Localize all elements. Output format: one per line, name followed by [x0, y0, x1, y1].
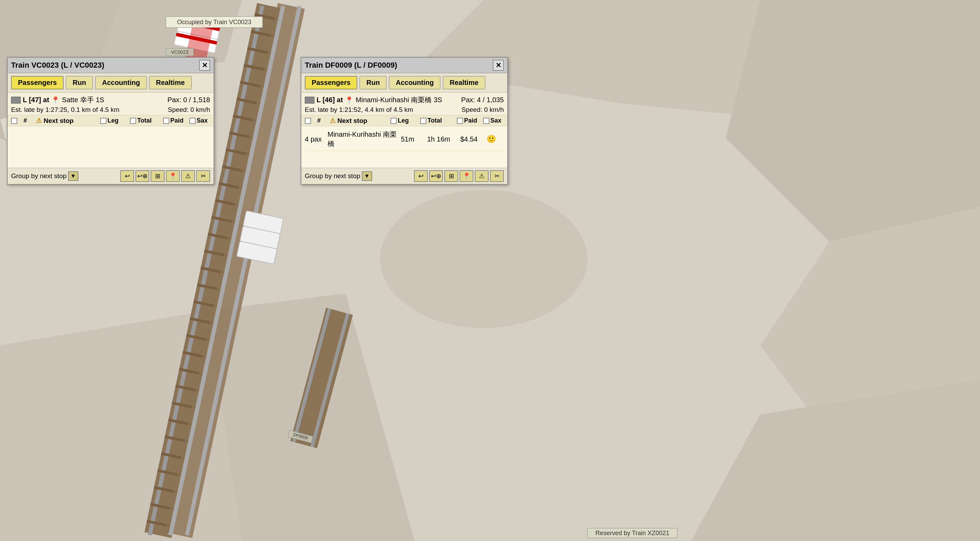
panel1-col-leg[interactable]: Leg — [100, 117, 128, 124]
panel2-icon-back-plus[interactable]: ↩⊕ — [429, 170, 443, 182]
panel2-footer: Group by next stop ▼ ↩ ↩⊕ ⊞ 📍 ⚠ ✂ — [301, 168, 507, 184]
panel2-row1-destination: Minami-Kurihashi 南栗橋 — [328, 130, 399, 148]
panel1-speed: Speed: 0 km/h — [168, 106, 210, 114]
panel2-warning-icon: ⚠ — [330, 117, 336, 124]
panel1-col-check[interactable] — [11, 118, 21, 124]
panel2-icon-warning[interactable]: ⚠ — [475, 170, 488, 182]
panel2-tab-realtime[interactable]: Realtime — [443, 76, 485, 89]
panel1-col-nextstop: ⚠ Next stop — [36, 117, 98, 125]
panel1-icon-back-plus[interactable]: ↩⊕ — [135, 170, 149, 182]
panel1-tab-run[interactable]: Run — [66, 76, 93, 89]
panel1-close-button[interactable]: ✕ — [199, 60, 210, 71]
panel1-tab-accounting[interactable]: Accounting — [95, 76, 147, 89]
panel1-col-total[interactable]: Total — [130, 117, 161, 124]
panel2-col-total[interactable]: Total — [420, 117, 455, 124]
panel2-pax: Pax: 4 / 1,035 — [461, 96, 504, 104]
panel1-col-sax[interactable]: Sax — [189, 117, 210, 124]
panel1-icon-warning[interactable]: ⚠ — [181, 170, 195, 182]
panel2-icon-grid[interactable]: ⊞ — [444, 170, 458, 182]
panel2-icon-pin[interactable]: 📍 — [460, 170, 473, 182]
panel1-warning-icon: ⚠ — [36, 117, 42, 124]
panel1-group-dropdown[interactable]: Group by next stop ▼ — [11, 171, 78, 181]
panel2-row1-leg: 51m — [401, 135, 425, 143]
panel1-table-body — [8, 126, 213, 168]
panel2-icon-back[interactable]: ↩ — [414, 170, 428, 182]
panel1-col-paid[interactable]: Paid — [163, 117, 187, 124]
panel1-est-late: Est. late by 1:27:25, 0.1 km of 4.5 km — [11, 106, 119, 114]
panel1-icon-grid[interactable]: ⊞ — [151, 170, 164, 182]
panel1-tabs: Passengers Run Accounting Realtime — [8, 73, 213, 92]
panel1-info: L [47] at 📍 Satte 幸手 1S Pax: 0 / 1,518 E… — [8, 92, 213, 115]
panel2-group-dropdown[interactable]: Group by next stop ▼ — [305, 171, 372, 181]
panel1-group-label: Group by next stop — [11, 172, 67, 180]
panel2-row-1: 4 pax Minami-Kurihashi 南栗橋 51m 1h 16m $4… — [305, 128, 504, 151]
panel1-tab-passengers[interactable]: Passengers — [11, 76, 64, 89]
panel1-train-icon — [11, 97, 21, 103]
panel1-footer: Group by next stop ▼ ↩ ↩⊕ ⊞ 📍 ⚠ ✂ — [8, 168, 213, 184]
panel2-close-button[interactable]: ✕ — [493, 60, 504, 71]
panel1-location: Satte 幸手 1S — [62, 95, 104, 105]
panel2-row1-sax: 🙂 — [487, 135, 504, 144]
panel2-est-late: Est. late by 1:21:52, 4.4 km of 4.5 km — [305, 106, 413, 114]
panel1-tab-realtime[interactable]: Realtime — [149, 76, 191, 89]
panel2-train-icon — [305, 97, 315, 103]
panel2-table-header: # ⚠ Next stop Leg Total Paid Sax — [301, 115, 507, 126]
panel2-tab-passengers[interactable]: Passengers — [305, 76, 357, 89]
panel2-title: Train DF0009 (L / DF0009) — [305, 61, 397, 70]
panel2-col-nextstop: ⚠ Next stop — [330, 117, 388, 125]
panel1-col-hash: # — [24, 117, 34, 124]
panel1-footer-icons: ↩ ↩⊕ ⊞ 📍 ⚠ ✂ — [120, 170, 210, 182]
panel2-train-line: L [46] at — [317, 96, 343, 104]
panel2-footer-icons: ↩ ↩⊕ ⊞ 📍 ⚠ ✂ — [414, 170, 504, 182]
panel2-titlebar: Train DF0009 (L / DF0009) ✕ — [301, 58, 507, 73]
panel1-icon-pin[interactable]: 📍 — [166, 170, 180, 182]
panel2-tabs: Passengers Run Accounting Realtime — [301, 73, 507, 92]
panel1-pax: Pax: 0 / 1,518 — [168, 96, 210, 104]
panel1-icon-cut[interactable]: ✂ — [196, 170, 210, 182]
panel2-table-body: 4 pax Minami-Kurihashi 南栗橋 51m 1h 16m $4… — [301, 126, 507, 168]
panel2-dropdown-arrow[interactable]: ▼ — [362, 171, 372, 181]
panel2-col-paid[interactable]: Paid — [457, 117, 481, 124]
panel2-row1-total: 1h 16m — [427, 135, 458, 143]
panel2-tab-run[interactable]: Run — [360, 76, 387, 89]
panel1-titlebar: Train VC0023 (L / VC0023) ✕ — [8, 58, 213, 73]
panel1-pin-icon: 📍 — [51, 96, 60, 104]
panel2-icon-cut[interactable]: ✂ — [490, 170, 504, 182]
panel2-tab-accounting[interactable]: Accounting — [389, 76, 441, 89]
panel1-dropdown-arrow[interactable]: ▼ — [68, 171, 78, 181]
panel1-icon-back[interactable]: ↩ — [120, 170, 134, 182]
panel-df0009: Train DF0009 (L / DF0009) ✕ Passengers R… — [301, 57, 508, 185]
panel-vc0023: Train VC0023 (L / VC0023) ✕ Passengers R… — [7, 57, 214, 185]
panel2-speed: Speed: 0 km/h — [461, 106, 504, 114]
panel2-col-sax[interactable]: Sax — [483, 117, 504, 124]
panel2-pin-icon: 📍 — [345, 96, 353, 104]
panel2-col-leg[interactable]: Leg — [390, 117, 418, 124]
panel2-col-hash: # — [317, 117, 328, 124]
panel2-row1-count: 4 pax — [305, 135, 326, 143]
panel1-title: Train VC0023 (L / VC0023) — [11, 61, 104, 70]
panel1-train-line: L [47] at — [23, 96, 49, 104]
panel2-info: L [46] at 📍 Minami-Kurihashi 南栗橋 3S Pax:… — [301, 92, 507, 115]
panel2-col-check[interactable] — [305, 118, 315, 124]
panel2-group-label: Group by next stop — [305, 172, 360, 180]
panel2-location: Minami-Kurihashi 南栗橋 3S — [356, 95, 442, 105]
panel1-table-header: # ⚠ Next stop Leg Total Paid Sax — [8, 115, 213, 126]
panel2-row1-paid: $4.54 — [460, 135, 484, 143]
